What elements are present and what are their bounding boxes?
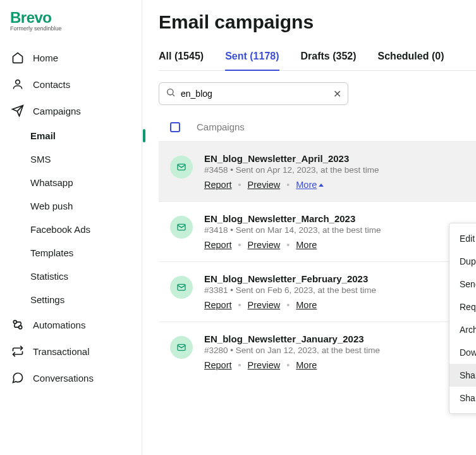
search-box[interactable]: ✕	[159, 82, 348, 105]
campaign-meta: #3458 • Sent on Apr 12, 2023, at the bes…	[204, 165, 419, 175]
brand-name: Brevo	[10, 9, 131, 27]
sidebar-item-webpush[interactable]: Web push	[30, 194, 142, 218]
tab-scheduled[interactable]: Scheduled (0)	[378, 46, 444, 70]
row-actions: Report• Preview• More	[204, 360, 465, 370]
campaign-title: EN_blog_Newsletter_February_2023	[204, 273, 419, 284]
select-all-checkbox[interactable]	[170, 122, 180, 132]
sidebar-item-home[interactable]: Home	[0, 44, 138, 71]
report-link[interactable]: Report	[204, 360, 232, 370]
table-row[interactable]: EN_blog_Newsletter_April_2023 #3458 • Se…	[159, 141, 476, 201]
campaign-title: EN_blog_Newsletter_March_2023	[204, 213, 419, 224]
brand-tagline: Formerly sendinblue	[10, 25, 131, 32]
main: Email campaigns All (1545) Sent (1178) D…	[142, 0, 476, 455]
dd-requeue[interactable]: Requeue	[449, 296, 476, 318]
sidebar-item-campaigns[interactable]: Campaigns	[0, 97, 138, 124]
row-actions: Report• Preview• More	[204, 180, 465, 190]
svg-point-3	[168, 89, 173, 95]
search-input[interactable]	[181, 89, 328, 99]
sidebar-item-conversations[interactable]: Conversations	[0, 365, 138, 391]
dd-send-test[interactable]: Send a test	[449, 273, 476, 296]
page-title: Email campaigns	[159, 11, 476, 33]
logo[interactable]: Brevo Formerly sendinblue	[0, 6, 142, 33]
table-row[interactable]: EN_blog_Newsletter_February_2023 #3381 •…	[159, 261, 476, 321]
table-header-row: Campaigns	[159, 116, 476, 141]
more-dropdown: Edit Duplicate Send a test Requeue Archi…	[449, 223, 476, 414]
automation-icon	[11, 318, 24, 331]
column-campaigns: Campaigns	[197, 122, 245, 132]
campaign-meta: #3418 • Sent on Mar 14, 2023, at the bes…	[204, 225, 419, 235]
sidebar-item-whatsapp[interactable]: Whatsapp	[30, 171, 142, 194]
campaign-meta: #3280 • Sent on Jan 12, 2023, at the bes…	[204, 346, 419, 355]
nav: Home Contacts Campaigns Email SMS Whatsa…	[0, 44, 142, 391]
report-link[interactable]: Report	[204, 300, 232, 310]
sidebar-item-label: Facebook Ads	[30, 224, 90, 235]
dd-share-social[interactable]: Share on Social Media	[449, 364, 476, 387]
caret-up-icon	[319, 184, 324, 187]
home-icon	[11, 51, 24, 64]
tab-drafts[interactable]: Drafts (352)	[301, 46, 357, 70]
more-link[interactable]: More	[296, 180, 324, 190]
report-link[interactable]: Report	[204, 240, 232, 250]
sidebar-item-label: Campaigns	[33, 106, 81, 116]
mail-icon	[170, 216, 193, 239]
table-row[interactable]: EN_blog_Newsletter_March_2023 #3418 • Se…	[159, 201, 476, 261]
sidebar-item-label: Settings	[30, 294, 64, 305]
sidebar-item-settings[interactable]: Settings	[30, 288, 142, 311]
more-link[interactable]: More	[296, 300, 317, 310]
row-actions: Report• Preview• More	[204, 240, 465, 250]
row-body: EN_blog_Newsletter_March_2023 #3418 • Se…	[204, 213, 465, 250]
row-body: EN_blog_Newsletter_January_2023 #3280 • …	[204, 333, 465, 370]
tabs: All (1545) Sent (1178) Drafts (352) Sche…	[159, 46, 476, 71]
campaigns-submenu: Email SMS Whatsapp Web push Facebook Ads…	[0, 124, 142, 311]
sidebar-item-label: Email	[30, 130, 56, 141]
preview-link[interactable]: Preview	[248, 180, 281, 190]
sidebar-item-templates[interactable]: Templates	[30, 241, 142, 265]
sidebar-item-email[interactable]: Email	[30, 124, 142, 147]
sidebar-item-label: Web push	[30, 201, 73, 211]
dd-archive[interactable]: Archive	[449, 318, 476, 341]
table-row[interactable]: EN_blog_Newsletter_January_2023 #3280 • …	[159, 321, 476, 382]
campaign-title: EN_blog_Newsletter_April_2023	[204, 153, 419, 164]
sidebar-item-label: Transactional	[33, 346, 90, 357]
send-icon	[11, 104, 24, 117]
campaign-list: EN_blog_Newsletter_April_2023 #3458 • Se…	[159, 141, 476, 382]
sidebar-item-label: Conversations	[33, 373, 94, 383]
svg-point-2	[19, 326, 22, 329]
sidebar-item-label: Home	[33, 53, 58, 63]
sidebar-item-label: Contacts	[33, 79, 70, 90]
preview-link[interactable]: Preview	[248, 240, 281, 250]
mail-icon	[170, 336, 193, 359]
dd-edit[interactable]: Edit	[449, 227, 476, 250]
dd-share-template[interactable]: Share the template	[449, 387, 476, 409]
report-link[interactable]: Report	[204, 180, 232, 190]
preview-link[interactable]: Preview	[248, 360, 281, 370]
more-link[interactable]: More	[296, 240, 317, 250]
dd-duplicate[interactable]: Duplicate	[449, 250, 476, 273]
more-link[interactable]: More	[296, 360, 317, 370]
svg-point-0	[16, 80, 20, 84]
sidebar-item-statistics[interactable]: Statistics	[30, 265, 142, 288]
sidebar-item-transactional[interactable]: Transactional	[0, 338, 138, 365]
sidebar-item-facebook[interactable]: Facebook Ads	[30, 218, 142, 241]
preview-link[interactable]: Preview	[248, 300, 281, 310]
search-icon	[166, 87, 176, 100]
dd-download-pdf[interactable]: Download PDF	[449, 341, 476, 364]
sidebar: Brevo Formerly sendinblue Home Contacts …	[0, 0, 142, 455]
row-actions: Report• Preview• More	[204, 300, 465, 310]
sidebar-item-contacts[interactable]: Contacts	[0, 71, 138, 97]
mail-icon	[170, 156, 193, 178]
mail-icon	[170, 276, 193, 299]
transactional-icon	[11, 345, 24, 358]
svg-point-1	[13, 320, 16, 323]
sidebar-item-label: Statistics	[30, 271, 68, 282]
tab-all[interactable]: All (1545)	[159, 46, 204, 70]
sidebar-item-automations[interactable]: Automations	[0, 311, 138, 338]
sidebar-item-label: Whatsapp	[30, 177, 73, 188]
clear-icon[interactable]: ✕	[333, 88, 341, 100]
chat-icon	[11, 371, 24, 384]
campaign-meta: #3381 • Sent on Feb 6, 2023, at the best…	[204, 285, 419, 295]
sidebar-item-sms[interactable]: SMS	[30, 147, 142, 171]
user-icon	[11, 78, 24, 90]
sidebar-item-label: Templates	[30, 247, 73, 258]
tab-sent[interactable]: Sent (1178)	[225, 46, 279, 71]
